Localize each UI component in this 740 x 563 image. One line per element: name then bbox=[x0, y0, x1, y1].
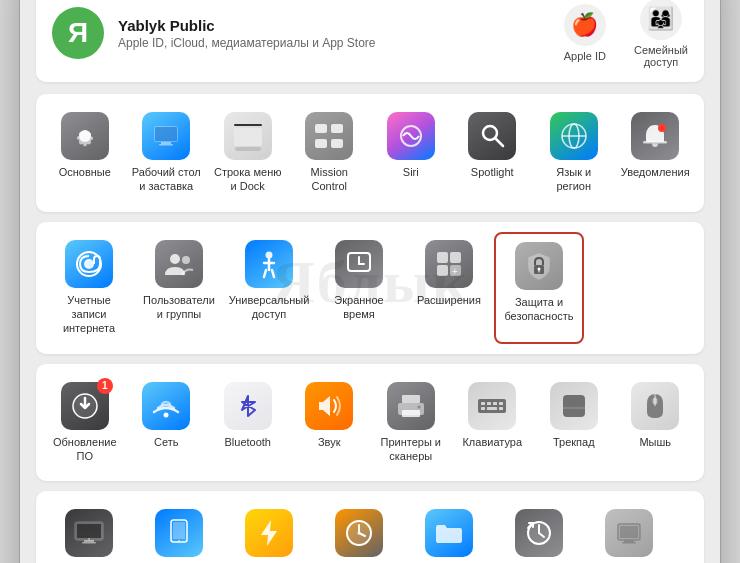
item-icon bbox=[65, 509, 113, 557]
svg-rect-67 bbox=[620, 526, 638, 538]
item-label: MissionControl bbox=[311, 165, 348, 194]
item-label: Пользователии группы bbox=[143, 293, 215, 322]
item-icon bbox=[468, 112, 516, 160]
item-icon bbox=[387, 112, 435, 160]
item-label: ОбновлениеПО bbox=[53, 435, 117, 464]
item-label: Сеть bbox=[154, 435, 178, 449]
grid-item-язык-и-регион[interactable]: Язык ирегион bbox=[533, 104, 615, 202]
system-preferences-window: ‹ › ⊞ Системные настройки 🔍 Я Yablyk Pub… bbox=[20, 0, 720, 563]
item-icon bbox=[155, 240, 203, 288]
item-label: Клавиатура bbox=[462, 435, 522, 449]
svg-line-13 bbox=[495, 138, 503, 146]
svg-rect-37 bbox=[402, 410, 420, 417]
item-label: Строка менюи Dock bbox=[214, 165, 281, 194]
grid-item-основные[interactable]: Основные bbox=[44, 104, 126, 202]
grid-item-защита-и-безопасность[interactable]: Защита ибезопасность bbox=[494, 232, 584, 344]
svg-rect-5 bbox=[234, 128, 262, 146]
svg-point-38 bbox=[417, 405, 420, 408]
family-sharing-icon: 👨‍👩‍👧 bbox=[640, 0, 682, 40]
grid-item-bluetooth[interactable]: Bluetooth bbox=[207, 374, 289, 472]
svg-rect-40 bbox=[481, 402, 485, 405]
item-icon bbox=[224, 112, 272, 160]
apple-id-icon: 🍎 bbox=[564, 4, 606, 46]
svg-rect-17 bbox=[643, 141, 667, 144]
grid-item-обновление-по[interactable]: 1ОбновлениеПО bbox=[44, 374, 126, 472]
item-label: Экранноевремя bbox=[334, 293, 383, 322]
svg-rect-42 bbox=[493, 402, 497, 405]
item-label: Уведомления bbox=[621, 165, 690, 179]
svg-point-50 bbox=[653, 397, 658, 404]
family-sharing-label: Семейныйдоступ bbox=[634, 44, 688, 68]
item-label: Защита ибезопасность bbox=[504, 295, 573, 324]
grid-item-сеть[interactable]: Сеть bbox=[126, 374, 208, 472]
item-label: Рабочий столи заставка bbox=[132, 165, 201, 194]
grid-item-звук[interactable]: Звук bbox=[289, 374, 371, 472]
svg-rect-25 bbox=[437, 252, 448, 263]
svg-point-34 bbox=[164, 412, 169, 417]
grid-item-time-machine[interactable]: TimeMachine bbox=[494, 501, 584, 563]
grid-item-дата-и-время[interactable]: Дата ивремя bbox=[314, 501, 404, 563]
item-icon bbox=[631, 382, 679, 430]
grid-item-экономия-энергии[interactable]: Экономияэнергии bbox=[224, 501, 314, 563]
grid-item-мышь[interactable]: Мышь bbox=[615, 374, 697, 472]
item-label: Основные bbox=[59, 165, 111, 179]
svg-point-20 bbox=[84, 259, 94, 269]
item-icon bbox=[468, 382, 516, 430]
svg-rect-44 bbox=[481, 407, 485, 410]
grid-section-3: 1ОбновлениеПО Сеть Bluetooth Звук Принте… bbox=[36, 364, 704, 482]
grid-item-spotlight[interactable]: Spotlight bbox=[452, 104, 534, 202]
item-icon bbox=[515, 242, 563, 290]
grid-item-пользователи-и-группы[interactable]: Пользователии группы bbox=[134, 232, 224, 344]
grid-item-уведомления[interactable]: Уведомления bbox=[615, 104, 697, 202]
grid-item-расширения[interactable]: + Расширения bbox=[404, 232, 494, 344]
svg-rect-3 bbox=[159, 144, 173, 146]
grid-row-3: 1ОбновлениеПО Сеть Bluetooth Звук Принте… bbox=[44, 374, 696, 472]
item-icon bbox=[142, 382, 190, 430]
grid-item-универсальный-доступ[interactable]: Универсальныйдоступ bbox=[224, 232, 314, 344]
grid-item-загрузочный-диск[interactable]: Загрузочныйдиск bbox=[584, 501, 674, 563]
grid-section-2: Учетныезаписи интернета Пользователии гр… bbox=[36, 222, 704, 354]
item-icon bbox=[605, 509, 653, 557]
svg-rect-39 bbox=[478, 399, 506, 413]
item-label: Звук bbox=[318, 435, 341, 449]
grid-item-рабочий-стол-и-заставка[interactable]: Рабочий столи заставка bbox=[126, 104, 208, 202]
grid-item-строка-меню-и-dock[interactable]: Строка менюи Dock bbox=[207, 104, 289, 202]
grid-item-mission-control[interactable]: MissionControl bbox=[289, 104, 371, 202]
family-sharing-button[interactable]: 👨‍👩‍👧 Семейныйдоступ bbox=[634, 0, 688, 68]
item-icon bbox=[245, 509, 293, 557]
grid-item-siri[interactable]: Siri bbox=[370, 104, 452, 202]
apple-id-button[interactable]: 🍎 Apple ID bbox=[564, 4, 606, 62]
item-label: Spotlight bbox=[471, 165, 514, 179]
item-label: Мышь bbox=[639, 435, 671, 449]
grid-item-клавиатура[interactable]: Клавиатура bbox=[452, 374, 534, 472]
svg-point-22 bbox=[182, 256, 190, 264]
grid-section-1: Основные Рабочий столи заставка Строка м… bbox=[36, 94, 704, 212]
item-icon: + bbox=[425, 240, 473, 288]
item-icon bbox=[65, 240, 113, 288]
item-icon bbox=[155, 509, 203, 557]
svg-rect-27 bbox=[437, 265, 448, 276]
grid-item-общий-доступ[interactable]: Общийдоступ bbox=[404, 501, 494, 563]
grid-item-принтеры-и-сканеры[interactable]: Принтеры исканеры bbox=[370, 374, 452, 472]
svg-rect-32 bbox=[539, 270, 540, 273]
profile-section[interactable]: Я Yablyk Public Apple ID, iCloud, медиам… bbox=[36, 0, 704, 82]
svg-rect-1 bbox=[155, 127, 177, 141]
profile-name: Yablyk Public bbox=[118, 17, 564, 34]
svg-rect-35 bbox=[402, 395, 420, 403]
item-icon bbox=[335, 509, 383, 557]
item-icon bbox=[224, 382, 272, 430]
svg-rect-45 bbox=[487, 407, 497, 410]
grids-wrapper: Основные Рабочий столи заставка Строка м… bbox=[36, 94, 704, 563]
avatar: Я bbox=[52, 7, 104, 59]
grid-item-учетные-записи-интернета[interactable]: Учетныезаписи интернета bbox=[44, 232, 134, 344]
grid-item-трекпад[interactable]: Трекпад bbox=[533, 374, 615, 472]
grid-item-sidecar[interactable]: Sidecar bbox=[134, 501, 224, 563]
grid-item-мониторы[interactable]: Мониторы bbox=[44, 501, 134, 563]
svg-text:+: + bbox=[452, 266, 458, 277]
item-label: Bluetooth bbox=[225, 435, 271, 449]
svg-rect-41 bbox=[487, 402, 491, 405]
svg-point-62 bbox=[358, 532, 361, 535]
badge: 1 bbox=[97, 378, 113, 394]
item-label: Принтеры исканеры bbox=[381, 435, 442, 464]
grid-item-экранное-время[interactable]: Экранноевремя bbox=[314, 232, 404, 344]
